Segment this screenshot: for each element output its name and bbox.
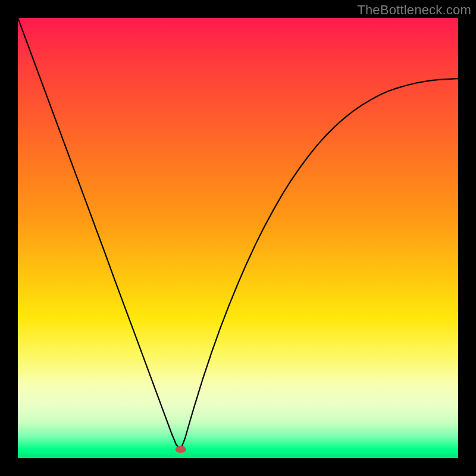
optimal-point-marker xyxy=(176,446,186,453)
chart-frame: TheBottleneck.com xyxy=(0,0,476,476)
chart-svg xyxy=(18,18,458,458)
bottleneck-curve xyxy=(18,18,458,449)
plot-area xyxy=(18,18,458,458)
watermark-text: TheBottleneck.com xyxy=(357,2,471,18)
